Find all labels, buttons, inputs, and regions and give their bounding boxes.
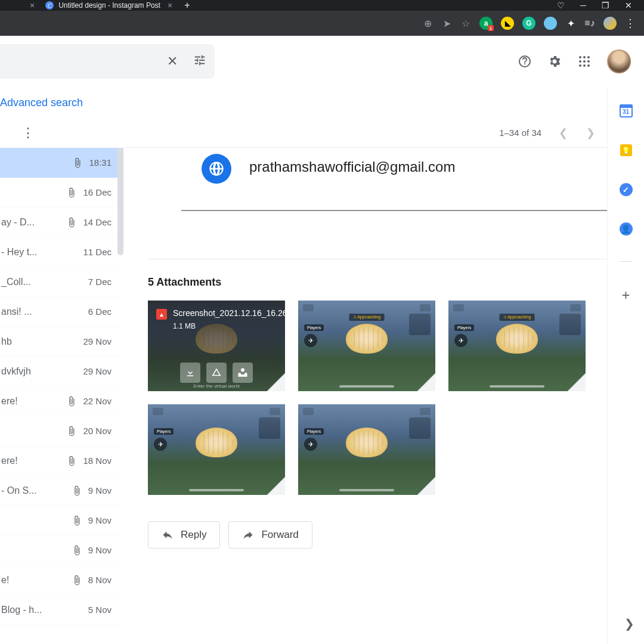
email-date: 29 Nov [83,336,112,346]
email-row[interactable]: ansi! ...6 Dec [0,297,123,327]
email-list: ⋮ 18:3116 Decay - D...14 Dec- Hey t...11… [0,118,124,644]
email-row[interactable]: ere!22 Nov [0,386,123,416]
divider [181,210,615,211]
send-icon[interactable]: ➤ [441,18,452,29]
keep-icon[interactable] [619,143,633,157]
browser-menu-icon[interactable]: ⋮ [625,17,636,30]
attachment-icon [66,187,77,198]
browser-tab-strip: × C Untitled design - Instagram Post × +… [0,0,644,11]
attachment-filesize: 1.1 MB [173,322,277,330]
tasks-icon[interactable]: ✓ [619,182,633,197]
attachment-icon [66,396,77,407]
canva-favicon-icon: C [45,1,54,10]
edit-photo-button[interactable] [233,363,253,383]
browser-toolbar: ⊕ ➤ ☆ a1 ◣ G ✦ ≡♪ ⋮ [0,11,644,36]
svg-point-2 [587,56,590,58]
clear-search-icon[interactable]: ✕ [167,54,178,69]
extension-grammarly-icon[interactable]: G [522,17,535,30]
attachments-grid: ▲ Screenshot_2021.12.16_16.26.28.856.png… [148,301,620,495]
email-row[interactable]: 20 Nov [0,416,123,446]
email-date: 16 Dec [83,187,112,197]
svg-point-8 [587,64,590,67]
browser-profile-avatar[interactable] [603,17,617,30]
email-row[interactable]: _Coll...7 Dec [0,267,123,297]
email-row[interactable]: - Hey t...11 Dec [0,237,123,267]
attachment-icon [66,456,77,466]
add-addon-icon[interactable]: + [621,287,630,304]
email-row[interactable]: dvkfvjh29 Nov [0,357,123,386]
search-bar[interactable]: ✕ [0,44,215,79]
account-avatar[interactable] [607,49,631,73]
svg-point-4 [583,60,586,63]
download-attachment-button[interactable] [180,363,200,383]
heart-icon[interactable]: ♡ [557,1,565,10]
extensions-puzzle-icon[interactable]: ✦ [565,18,576,29]
contacts-icon[interactable]: 👤 [619,222,633,236]
email-date: 18 Nov [83,456,112,466]
email-row[interactable]: 16 Dec [0,178,123,208]
forward-button[interactable]: Forward [228,521,312,549]
close-window-icon[interactable]: ✕ [625,1,632,10]
help-icon[interactable] [518,54,532,69]
zoom-icon[interactable]: ⊕ [422,18,433,29]
email-date: 5 Nov [88,605,112,615]
svg-point-5 [587,60,590,63]
sender-email: prathamshawofficial@gmail.com [249,159,455,175]
email-row[interactable]: hb29 Nov [0,327,123,357]
email-row[interactable]: Blog - h...5 Nov [0,595,123,625]
bookmark-star-icon[interactable]: ☆ [460,18,471,29]
extension-icon[interactable] [544,17,557,30]
attachment-icon [72,485,82,496]
email-snippet: hb [0,336,77,347]
email-snippet: _Coll... [0,277,82,287]
apps-grid-icon[interactable] [577,54,592,69]
email-date: 7 Dec [88,277,112,287]
attachment-thumbnail[interactable]: Players✈ [148,404,285,495]
maximize-icon[interactable]: ❐ [602,1,609,10]
email-date: 8 Nov [88,575,112,585]
email-snippet: - On S... [0,485,66,496]
svg-point-6 [579,64,581,67]
attachment-thumbnail[interactable]: ApproachingPlayers✈ [298,301,435,391]
email-row[interactable]: 9 Nov [0,535,123,565]
email-row[interactable]: ay - D...14 Dec [0,208,123,237]
window-controls: ♡ ─ ❐ ✕ [557,1,644,10]
sender-globe-icon [202,154,231,184]
settings-gear-icon[interactable] [547,54,562,69]
media-control-icon[interactable]: ≡♪ [584,18,595,29]
email-row[interactable]: ere!18 Nov [0,446,123,476]
email-date: 29 Nov [83,366,112,376]
extension-amazon-icon[interactable]: a1 [479,17,493,30]
email-snippet: ere! [0,456,60,466]
tab-title[interactable]: Untitled design - Instagram Post [58,1,160,10]
new-tab-button[interactable]: + [184,0,190,11]
email-row[interactable]: - On S...9 Nov [0,476,123,506]
save-to-drive-button[interactable] [206,363,227,383]
minimize-icon[interactable]: ─ [580,1,586,10]
advanced-search-link[interactable]: Advanced search [0,87,644,118]
attachment-thumbnail[interactable]: ▲ Screenshot_2021.12.16_16.26.28.856.png… [148,301,285,391]
attachment-icon [72,575,82,586]
attachment-thumbnail[interactable]: Players✈ [298,404,435,495]
email-row[interactable]: 18:31 [0,148,123,178]
email-row[interactable]: e!8 Nov [0,565,123,595]
search-options-icon[interactable] [193,54,206,69]
svg-point-0 [579,56,581,58]
email-snippet: dvkfvjh [0,366,77,377]
calendar-icon[interactable]: 31 [619,104,633,118]
more-menu-icon[interactable]: ⋮ [21,125,35,141]
tab-close-icon[interactable]: × [168,1,172,10]
prev-page-icon[interactable]: ❮ [557,127,569,139]
reply-button[interactable]: Reply [148,521,220,549]
attachment-filename: Screenshot_2021.12.16_16.26.28.856.png [173,308,285,318]
collapse-panel-icon[interactable]: ❯ [624,617,634,631]
email-date: 11 Dec [83,247,112,257]
next-page-icon[interactable]: ❯ [584,127,596,139]
email-date: 20 Nov [83,426,112,436]
tab-close-icon[interactable]: × [30,1,35,10]
email-row[interactable]: 9 Nov [0,506,123,535]
list-scrollbar[interactable] [117,148,123,255]
attachments-title: 5 Attachments [148,276,620,289]
extension-icon[interactable]: ◣ [501,17,514,30]
attachment-thumbnail[interactable]: ApproachingPlayers✈ [448,301,586,391]
